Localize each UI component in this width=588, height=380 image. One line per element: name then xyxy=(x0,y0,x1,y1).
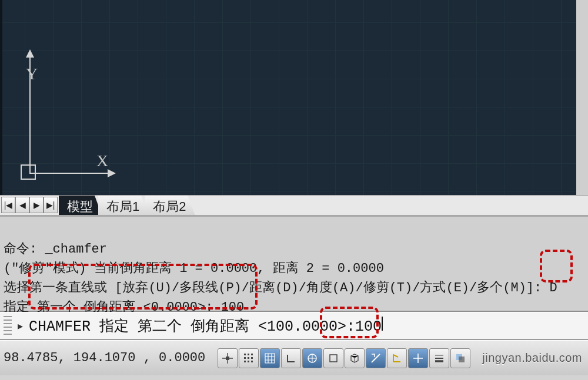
status-osnap-icon[interactable] xyxy=(323,348,343,368)
status-snap-grid-icon[interactable] xyxy=(239,348,259,368)
drawing-viewport[interactable]: Y X xyxy=(0,0,588,195)
svg-rect-5 xyxy=(248,357,249,359)
command-input-value: 100 xyxy=(355,318,382,335)
tab-nav-first[interactable]: |◀ xyxy=(1,197,15,213)
status-otrack-icon[interactable] xyxy=(366,348,386,368)
command-input[interactable]: CHAMFER 指定 第二个 倒角距离 <100.0000>: 100 xyxy=(29,316,383,335)
cursor-coordinates: 98.4785, 194.1070 , 0.0000 xyxy=(4,351,205,365)
ucs-x-label: X xyxy=(96,152,108,170)
command-prompt-icon: ▸ xyxy=(18,320,23,332)
svg-rect-3 xyxy=(251,354,253,355)
svg-rect-13 xyxy=(459,357,465,362)
cmd-line: ("修剪"模式) 当前倒角距离 1 = 0.0000, 距离 2 = 0.000… xyxy=(4,261,384,276)
command-prompt-text: CHAMFER 指定 第二个 倒角距离 <100.0000>: xyxy=(29,316,355,335)
tab-model[interactable]: 模型 xyxy=(59,196,102,215)
ucs-origin-box xyxy=(21,164,36,180)
layout-tabstrip: |◀ ◀ ▶ ▶| 模型 布局1 布局2 xyxy=(0,195,588,215)
tab-layout2[interactable]: 布局2 xyxy=(145,196,195,215)
tab-label: 模型 xyxy=(67,198,93,216)
svg-rect-11 xyxy=(330,355,337,362)
tab-nav-next[interactable]: ▶ xyxy=(29,197,44,213)
status-polar-icon[interactable] xyxy=(302,348,322,368)
ucs-y-label: Y xyxy=(26,65,38,83)
status-transparency-icon[interactable] xyxy=(450,348,470,368)
command-history[interactable]: 命令: _chamfer ("修剪"模式) 当前倒角距离 1 = 0.0000,… xyxy=(0,215,588,312)
vertical-scrollbar[interactable] xyxy=(576,0,588,195)
watermark-text: jingyan.baidu.com xyxy=(482,351,584,365)
svg-rect-1 xyxy=(244,354,246,355)
tab-nav-prev[interactable]: ◀ xyxy=(15,197,29,213)
svg-rect-2 xyxy=(248,354,249,355)
tab-label: 布局2 xyxy=(153,198,186,216)
cmd-line: 选择第一条直线或 [放弃(U)/多段线(P)/距离(D)/角度(A)/修剪(T)… xyxy=(4,281,542,295)
svg-rect-4 xyxy=(244,357,246,359)
tab-layout1[interactable]: 布局1 xyxy=(98,196,148,215)
status-dyn-input-icon[interactable] xyxy=(408,348,428,368)
cmd-line: 命令: _chamfer xyxy=(4,242,107,257)
status-grid-display-icon[interactable] xyxy=(260,348,280,368)
ucs-x-axis xyxy=(29,173,109,174)
status-ortho-icon[interactable] xyxy=(281,348,301,368)
command-bar: ▸ CHAMFER 指定 第二个 倒角距离 <100.0000>: 100 xyxy=(0,312,588,340)
text-cursor xyxy=(382,317,383,331)
tab-label: 布局1 xyxy=(106,198,139,216)
status-lineweight-icon[interactable] xyxy=(429,348,449,368)
status-toggle-group xyxy=(218,348,470,368)
svg-rect-6 xyxy=(251,357,253,359)
svg-rect-7 xyxy=(244,361,246,362)
svg-rect-8 xyxy=(248,361,249,362)
svg-rect-9 xyxy=(251,361,253,362)
cmd-line-choice: D xyxy=(542,281,557,295)
status-bar: 98.4785, 194.1070 , 0.0000 jingyan.baidu… xyxy=(0,340,588,375)
tab-nav-last[interactable]: ▶| xyxy=(44,197,58,213)
annotation-box-2 xyxy=(540,250,573,283)
status-ducs-icon[interactable] xyxy=(387,348,407,368)
command-bar-grip[interactable] xyxy=(4,316,12,336)
svg-rect-0 xyxy=(226,357,229,360)
status-3dosnap-icon[interactable] xyxy=(345,348,365,368)
status-infer-icon[interactable] xyxy=(218,348,238,368)
